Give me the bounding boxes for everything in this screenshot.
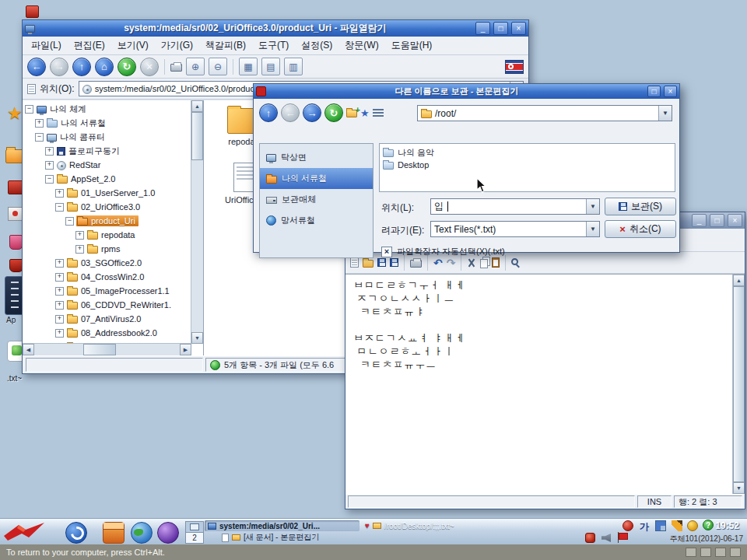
filter-combobox[interactable]: Text Files(*.txt) ▼ (430, 221, 600, 237)
pager-desktop-2[interactable]: 2 (186, 533, 203, 544)
new-folder-icon[interactable] (346, 110, 357, 117)
fm-tree-item[interactable]: +repodata (23, 228, 191, 242)
tree-expander-icon[interactable]: + (75, 245, 84, 254)
fm-tree-item[interactable]: +rpms (23, 242, 191, 256)
tree-expander-icon[interactable]: + (45, 147, 54, 156)
copy-icon[interactable] (480, 259, 488, 268)
taskbar-task-texteditor[interactable]: [새 문서] - 본문편집기 (219, 532, 374, 543)
new-document-icon[interactable] (350, 257, 359, 268)
open-folder-icon[interactable] (363, 260, 374, 268)
minimize-button[interactable]: _ (475, 22, 490, 35)
home-button[interactable]: ⌂ (95, 58, 114, 76)
fm-menu-item[interactable]: 책갈피(B) (200, 37, 251, 54)
tree-expander-icon[interactable]: + (55, 315, 64, 324)
tree-vertical-scrollbar[interactable]: ▲ ▼ (191, 100, 203, 344)
tree-expander-icon[interactable]: − (55, 203, 64, 212)
pink-tag-icon[interactable] (9, 235, 23, 250)
fm-tree-item[interactable]: −나의 콤퓨터 (23, 130, 191, 144)
up-button[interactable]: ↑ (259, 103, 278, 122)
reload-button[interactable]: ↻ (117, 58, 136, 76)
fm-tree-item[interactable]: −product_Uri (23, 214, 191, 228)
browser-launcher-icon[interactable] (65, 522, 87, 544)
fm-tree-item[interactable]: +07_AntiVirus2.0 (23, 312, 191, 326)
dropdown-arrow-icon[interactable]: ▼ (586, 199, 599, 214)
paste-icon[interactable] (492, 257, 500, 268)
fm-tree-item[interactable]: +플로피구동기 (23, 144, 191, 158)
desktop-icon[interactable] (26, 5, 39, 18)
pager-desktop-1[interactable] (186, 522, 203, 533)
editor-text-area[interactable]: ㅂㅁㄷㄹㅎㄱㅜㅓ ㅐㅔ ㅈㄱㅇㄴㅅㅅㅏㅣㅡ ㅋㅌㅊㅍㅠㅑㅂㅈㄷㄱㅅㅛㅕ ㅑㅐㅔ … (345, 274, 745, 494)
dialog-sidebar-item[interactable]: 망서류철 (260, 210, 373, 231)
taskbar-task-filemanager[interactable]: system:/media/sr0/02_Uri... (205, 520, 359, 531)
speaker-tray-icon[interactable] (601, 534, 611, 542)
back-button[interactable]: ← (281, 103, 300, 122)
tree-expander-icon[interactable]: + (55, 259, 64, 268)
tree-expander-icon[interactable]: + (55, 329, 64, 338)
redo-icon[interactable]: ↷ (447, 257, 456, 269)
up-button[interactable]: ↑ (72, 58, 91, 76)
dialog-file-item[interactable]: Desktop (383, 159, 672, 171)
undo-icon[interactable]: ↶ (433, 257, 443, 269)
flag-tray-icon[interactable] (617, 532, 627, 543)
fm-menu-item[interactable]: 편집(E) (68, 37, 110, 54)
vm-device-icon[interactable] (715, 548, 726, 557)
tree-expander-icon[interactable]: + (55, 301, 64, 310)
cut-icon[interactable] (467, 258, 476, 268)
bookmark-star-icon[interactable]: ★ (7, 103, 23, 124)
tree-expander-icon[interactable]: + (55, 189, 64, 198)
scroll-up-button[interactable]: ▲ (191, 100, 203, 112)
minimize-button[interactable]: _ (692, 214, 707, 227)
vm-device-icon[interactable] (700, 548, 711, 557)
reload-button[interactable]: ↻ (324, 103, 343, 122)
path-combobox[interactable]: /root/ ▼ (417, 105, 672, 121)
purple-launcher-icon[interactable] (157, 522, 179, 544)
forward-button[interactable]: → (50, 58, 68, 76)
icon-view-button[interactable]: ▦ (239, 58, 258, 75)
tree-expander-icon[interactable]: − (25, 105, 33, 114)
desktop-pager[interactable]: 2 (185, 521, 204, 544)
scroll-left-button[interactable]: ◀ (23, 344, 34, 355)
fm-tree-item[interactable]: +RedStar (23, 158, 191, 172)
dropdown-arrow-icon[interactable]: ▼ (586, 222, 599, 236)
ime-indicator[interactable]: 가 (640, 520, 649, 534)
fm-menu-item[interactable]: 창문(W) (339, 37, 384, 54)
close-button[interactable]: × (728, 214, 742, 227)
dialog-titlebar[interactable]: 다른 이름으로 보관 - 본문편집기 □ × (254, 84, 679, 99)
zoom-in-button[interactable]: ⊕ (186, 58, 205, 75)
fm-tree-item[interactable]: +03_SGOffice2.0 (23, 256, 191, 270)
red-package-icon[interactable] (8, 180, 23, 194)
vm-device-icon[interactable] (730, 548, 741, 557)
dialog-sidebar-item[interactable]: 탁상면 (260, 147, 373, 168)
filemanager-titlebar[interactable]: system:/media/sr0/02_UriOffice3.0/produc… (23, 20, 528, 37)
scroll-down-button[interactable]: ▼ (733, 482, 745, 494)
tree-expander-icon[interactable]: + (55, 273, 64, 282)
scrollbar-thumb[interactable] (191, 112, 203, 160)
back-button[interactable]: ← (27, 58, 46, 76)
taskbar-task-saved-file[interactable]: ♥ /root/Desktop/:;;.txt~ (362, 520, 516, 531)
save-as-icon[interactable] (390, 258, 398, 267)
dialog-sidebar-item[interactable]: 보관매체 (260, 189, 373, 210)
tree-horizontal-scrollbar[interactable]: ◀ ▶ (23, 343, 191, 355)
fm-menu-item[interactable]: 설정(S) (296, 37, 338, 54)
print-icon[interactable] (170, 64, 182, 72)
filename-combobox[interactable]: 입 ▼ (430, 198, 600, 215)
fm-tree-item[interactable]: −나의 체계 (23, 102, 191, 116)
scrollbar-thumb[interactable] (733, 286, 745, 482)
fm-menu-item[interactable]: 파일(L) (26, 37, 67, 54)
package-launcher-icon[interactable] (103, 522, 124, 544)
desktop-grid-tray-icon[interactable] (655, 520, 666, 531)
fm-tree-item[interactable]: +01_UserServer_1.0 (23, 186, 191, 200)
tool-tray-icon[interactable] (687, 520, 698, 531)
scroll-up-button[interactable]: ▲ (733, 275, 745, 286)
zoom-out-button[interactable]: ⊖ (209, 58, 227, 75)
forward-button[interactable]: → (303, 103, 321, 122)
auto-extension-checkbox-row[interactable]: × 파일확장자 자동선택(X)(.txt) (381, 246, 505, 257)
fm-tree-item[interactable]: +06_CDDVD_ReWriter1. (23, 298, 191, 312)
fm-tree-item[interactable]: −AppSet_2.0 (23, 172, 191, 186)
scrollbar-thumb[interactable] (83, 344, 116, 355)
maximize-button[interactable]: □ (647, 86, 661, 97)
help-tray-icon[interactable]: ? (703, 520, 714, 530)
tree-expander-icon[interactable]: − (45, 175, 54, 184)
editor-vertical-scrollbar[interactable]: ▲ ▼ (732, 275, 745, 494)
list-view-button[interactable]: ▤ (261, 58, 280, 75)
